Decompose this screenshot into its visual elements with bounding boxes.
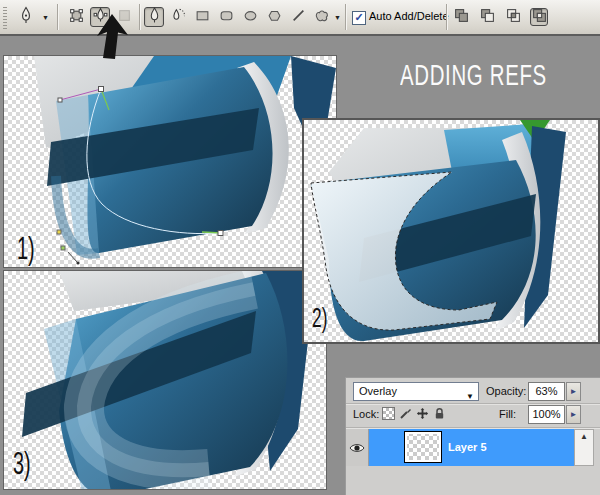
lock-label: Lock: xyxy=(353,408,379,421)
layers-scrollbar[interactable]: ▲ xyxy=(574,429,594,466)
opacity-spinner-button[interactable]: ► xyxy=(566,382,581,401)
subtract-shape-area-button[interactable] xyxy=(478,8,496,26)
auto-add-delete-checkbox[interactable]: ✓ xyxy=(352,11,366,25)
shape-layers-icon xyxy=(69,8,84,27)
shape-dropdown-arrow[interactable]: ▼ xyxy=(334,14,341,21)
preset-dropdown-arrow[interactable]: ▼ xyxy=(42,14,49,21)
opacity-label: Opacity: xyxy=(486,385,526,398)
layer-visibility-toggle[interactable] xyxy=(346,429,369,466)
ellipse-tool-button[interactable] xyxy=(240,7,260,27)
toolbar-separator xyxy=(446,4,448,30)
custom-shape-icon xyxy=(314,8,330,27)
fill-spinner-button[interactable]: ► xyxy=(566,405,581,424)
custom-shape-tool-button[interactable] xyxy=(312,7,332,27)
layers-panel: Overlay ▼ Opacity: 63% ► Lock: Fill: 100… xyxy=(345,377,600,495)
fill-value-field[interactable]: 100% xyxy=(528,405,565,424)
toolbar-separator xyxy=(139,4,141,30)
pen-preset-button[interactable] xyxy=(16,7,36,27)
eye-icon xyxy=(349,442,365,454)
lock-position-icon[interactable] xyxy=(416,407,429,420)
line-icon xyxy=(291,8,306,27)
subtract-shape-area-icon xyxy=(480,8,495,27)
add-shape-area-button[interactable] xyxy=(452,8,470,26)
folder-artwork-step3 xyxy=(4,271,326,489)
rounded-rectangle-tool-button[interactable] xyxy=(216,7,236,27)
step3-canvas-image: 3) xyxy=(3,270,327,490)
pen-tool-icon xyxy=(18,6,34,28)
fill-label: Fill: xyxy=(499,408,516,421)
shape-layers-button[interactable] xyxy=(66,7,86,27)
intersect-shape-areas-button[interactable] xyxy=(504,8,522,26)
folder-artwork-step1 xyxy=(4,56,336,267)
rectangle-icon xyxy=(195,8,210,27)
opacity-value-field[interactable]: 63% xyxy=(528,382,565,401)
annotation-arrow-icon xyxy=(90,14,134,60)
page-title: ADDING REFS xyxy=(400,60,536,90)
exclude-overlapping-shape-areas-icon xyxy=(532,8,547,27)
layer-row[interactable]: Layer 5 xyxy=(369,429,574,466)
blend-mode-value: Overlay xyxy=(359,385,397,397)
blend-mode-dropdown[interactable]: Overlay ▼ xyxy=(353,382,479,401)
layer-thumbnail[interactable] xyxy=(404,431,442,463)
pen-icon xyxy=(147,7,162,27)
toolbar-grip[interactable] xyxy=(3,5,7,29)
intersect-shape-areas-icon xyxy=(506,8,521,27)
scroll-up-icon[interactable]: ▲ xyxy=(580,432,588,441)
step2-label: 2) xyxy=(312,304,327,332)
rectangle-tool-button[interactable] xyxy=(192,7,212,27)
step3-label: 3) xyxy=(13,447,31,479)
lock-all-icon[interactable] xyxy=(433,407,446,420)
toolbar-separator xyxy=(57,4,59,30)
exclude-overlapping-shape-areas-button[interactable] xyxy=(530,8,548,26)
polygon-icon xyxy=(267,8,282,27)
lock-transparency-icon[interactable] xyxy=(382,407,395,420)
pen-tool-button[interactable] xyxy=(144,7,164,27)
layer-name: Layer 5 xyxy=(448,441,487,453)
add-shape-area-icon xyxy=(454,8,469,27)
folder-artwork-step2 xyxy=(304,120,598,342)
step2-canvas-image: 2) xyxy=(302,118,600,344)
rounded-rectangle-icon xyxy=(219,8,234,27)
polygon-tool-button[interactable] xyxy=(264,7,284,27)
line-tool-button[interactable] xyxy=(288,7,308,27)
toolbar-separator xyxy=(345,4,347,30)
auto-add-delete-label: Auto Add/Delete xyxy=(369,10,449,22)
freeform-pen-icon xyxy=(170,7,187,27)
ellipse-icon xyxy=(243,8,258,27)
step1-label: 1) xyxy=(17,232,35,264)
freeform-pen-tool-button[interactable] xyxy=(168,7,188,27)
lock-image-icon[interactable] xyxy=(399,407,412,420)
step1-canvas-image: 1) xyxy=(3,55,337,268)
screenshot-root: ▼ xyxy=(0,0,600,495)
